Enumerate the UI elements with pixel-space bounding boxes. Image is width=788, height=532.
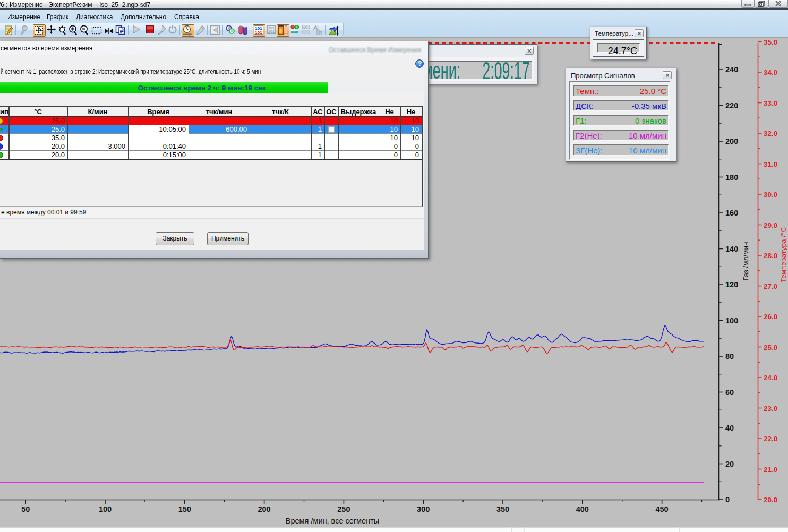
svg-text:0: 0	[725, 495, 730, 504]
svg-text:22.0: 22.0	[764, 435, 777, 443]
svg-text:27.0: 27.0	[764, 282, 777, 290]
svg-text:400: 400	[576, 505, 589, 513]
svg-text:25.0: 25.0	[764, 344, 777, 351]
svg-text:100: 100	[99, 505, 112, 513]
svg-text:32.0: 32.0	[764, 130, 777, 138]
svg-text:350: 350	[496, 505, 509, 513]
svg-text:150: 150	[178, 505, 191, 513]
svg-text:Температура /°С: Температура /°С	[780, 227, 787, 283]
svg-text:300: 300	[417, 505, 430, 513]
svg-text:40: 40	[725, 424, 734, 432]
svg-text:30.0: 30.0	[764, 191, 777, 199]
svg-text:180: 180	[725, 173, 738, 182]
svg-text:29.0: 29.0	[764, 221, 777, 229]
svg-text:Газ /мл/мин: Газ /мл/мин	[742, 242, 750, 281]
svg-text:26.0: 26.0	[764, 313, 777, 321]
svg-text:23.0: 23.0	[764, 405, 777, 413]
svg-text:240: 240	[725, 65, 738, 74]
svg-text:100: 100	[725, 316, 738, 325]
svg-text:33.0: 33.0	[764, 99, 777, 107]
svg-text:Время /мин, все сегменты: Время /мин, все сегменты	[286, 517, 379, 525]
svg-text:450: 450	[655, 505, 668, 513]
svg-text:21.0: 21.0	[764, 466, 777, 474]
svg-text:220: 220	[725, 101, 738, 110]
svg-text:60: 60	[725, 388, 734, 397]
svg-text:120: 120	[725, 280, 738, 289]
svg-text:140: 140	[725, 245, 738, 253]
svg-text:31.0: 31.0	[764, 160, 777, 168]
svg-text:35.0: 35.0	[764, 38, 777, 46]
svg-text:20: 20	[725, 460, 734, 468]
svg-text:28.0: 28.0	[764, 252, 777, 260]
svg-text:20.0: 20.0	[764, 496, 777, 504]
svg-text:80: 80	[725, 352, 734, 361]
svg-text:101: 101	[268, 29, 275, 34]
svg-text:101: 101	[255, 30, 262, 35]
svg-text:250: 250	[337, 505, 350, 513]
svg-text:200: 200	[258, 505, 270, 513]
svg-text:200: 200	[725, 137, 738, 145]
svg-text:34.0: 34.0	[764, 68, 777, 76]
svg-text:24.0: 24.0	[764, 374, 777, 382]
svg-text:50: 50	[21, 505, 30, 513]
svg-text:160: 160	[725, 209, 738, 217]
